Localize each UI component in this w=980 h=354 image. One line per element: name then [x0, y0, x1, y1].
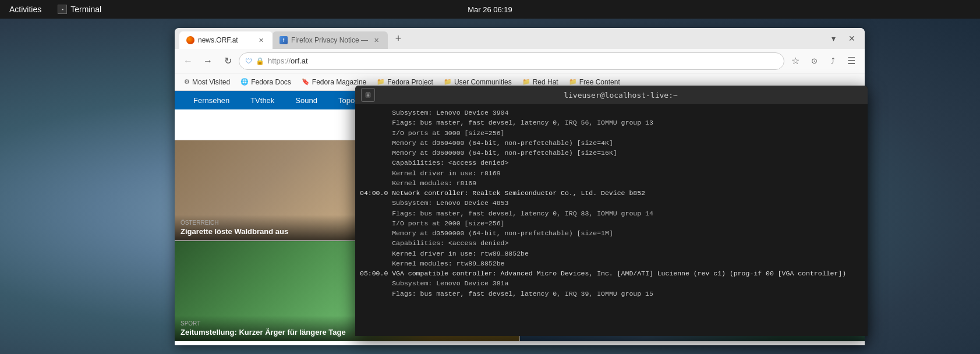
terminal-titlebar: ⊞ liveuser@localhost-live:~: [355, 86, 868, 104]
terminal-taskbar-item[interactable]: ▪ Terminal: [51, 0, 108, 19]
folder-icon: 📁: [377, 78, 385, 86]
address-bar[interactable]: 🛡 🔒 https://orf.at: [239, 52, 784, 70]
terminal-window: ⊞ liveuser@localhost-live:~ Subsystem: L…: [355, 86, 868, 336]
terminal-line: Flags: bus master, fast devsel, latency …: [360, 208, 863, 218]
nav-right-controls: ☆ ⊙ ⤴ ☰: [787, 52, 860, 70]
bookmark-most-visited[interactable]: ⚙ Most Visited: [179, 77, 235, 87]
topbar: Activities ▪ Terminal Mar 26 06:19: [0, 0, 980, 19]
terminal-line: 04:00.0 Network controller: Realtek Semi…: [360, 188, 863, 198]
terminal-line: Subsystem: Lenovo Device 381a: [360, 278, 863, 288]
terminal-line: Capabilities: <access denied>: [360, 158, 863, 168]
terminal-line: Memory at d0604000 (64-bit, non-prefetch…: [360, 138, 863, 148]
terminal-expand-button[interactable]: ⊞: [361, 88, 375, 102]
tab-orf[interactable]: news.ORF.at ✕: [179, 31, 273, 49]
terminal-body[interactable]: Subsystem: Lenovo Device 3904 Flags: bus…: [355, 104, 868, 336]
nav-bar: ← → ↻ 🛡 🔒 https://orf.at ☆ ⊙ ⤴ ☰: [175, 49, 865, 73]
activities-button[interactable]: Activities: [0, 0, 51, 19]
terminal-line: Subsystem: Lenovo Device 4853: [360, 198, 863, 208]
topbar-datetime: Mar 26 06:19: [468, 5, 512, 14]
tab-firefox-privacy-label: Firefox Privacy Notice —: [291, 36, 368, 44]
menu-button[interactable]: ☰: [843, 52, 860, 70]
tab-bar-controls: ▾ ✕: [825, 30, 860, 47]
terminal-line: Subsystem: Lenovo Device 3904: [360, 108, 863, 118]
orf-card-1-title: Zigarette löste Waldbrand aus: [181, 227, 288, 236]
desktop: Activities ▪ Terminal Mar 26 06:19 news.…: [0, 0, 980, 354]
sitenav-sound[interactable]: Sound: [286, 94, 327, 107]
lock-icon: 🔒: [256, 57, 264, 65]
terminal-line: Memory at d0500000 (64-bit, non-prefetch…: [360, 228, 863, 238]
folder-icon-3: 📁: [522, 78, 530, 86]
terminal-line: Memory at d0600000 (64-bit, non-prefetch…: [360, 148, 863, 158]
terminal-line: 05:00.0 VGA compatible controller: Advan…: [360, 268, 863, 278]
terminal-line: Kernel driver in use: r8169: [360, 168, 863, 178]
folder-icon-2: 📁: [444, 78, 452, 86]
globe-icon: 🌐: [240, 78, 249, 86]
sitenav-fernsehen[interactable]: Fernsehen: [184, 94, 239, 107]
terminal-line: Flags: bus master, fast devsel, latency …: [360, 289, 863, 299]
bookmark-fedora-docs[interactable]: 🌐 Fedora Docs: [236, 77, 296, 87]
security-shield-icon: 🛡: [245, 57, 252, 65]
orf-card-3-title: Zeitumstellung: Kurzer Ärger für längere…: [181, 328, 346, 337]
close-window-button[interactable]: ✕: [844, 30, 860, 47]
tab-firefox-privacy-close[interactable]: ✕: [372, 36, 381, 45]
terminal-icon: ▪: [58, 5, 67, 14]
forward-button[interactable]: →: [199, 52, 217, 70]
bookmark-icon: 🔖: [302, 78, 310, 86]
tab-list-button[interactable]: ▾: [825, 30, 841, 47]
tab-firefox-privacy-favicon: f: [280, 36, 288, 44]
terminal-label: Terminal: [70, 5, 101, 14]
share-button[interactable]: ⤴: [824, 52, 841, 70]
tab-orf-label: news.ORF.at: [198, 36, 253, 44]
bookmark-star-button[interactable]: ☆: [787, 52, 804, 70]
terminal-line: Kernel modules: r8169: [360, 178, 863, 188]
tab-orf-favicon: [186, 36, 194, 44]
terminal-line: Kernel driver in use: rtw89_8852be: [360, 249, 863, 259]
terminal-line: Flags: bus master, fast devsel, latency …: [360, 118, 863, 128]
folder-icon-4: 📁: [569, 78, 577, 86]
pocket-button[interactable]: ⊙: [805, 52, 823, 70]
terminal-line: I/O ports at 3000 [size=256]: [360, 128, 863, 138]
back-button[interactable]: ←: [179, 52, 197, 70]
terminal-line: Kernel modules: rtw89_8852be: [360, 259, 863, 268]
url-display[interactable]: https://orf.at: [268, 56, 778, 65]
sitenav-tvthek[interactable]: TVthek: [241, 94, 284, 107]
reload-button[interactable]: ↻: [219, 52, 236, 70]
terminal-title: liveuser@localhost-live:~: [380, 91, 862, 100]
tab-bar: news.ORF.at ✕ f Firefox Privacy Notice —…: [175, 28, 865, 49]
tab-orf-close[interactable]: ✕: [256, 36, 266, 45]
terminal-line: I/O ports at 2000 [size=256]: [360, 218, 863, 228]
terminal-line: Capabilities: <access denied>: [360, 238, 863, 248]
gear-icon: ⚙: [184, 78, 190, 86]
new-tab-button[interactable]: +: [390, 30, 406, 47]
tab-firefox-privacy[interactable]: f Firefox Privacy Notice — ✕: [273, 31, 388, 49]
